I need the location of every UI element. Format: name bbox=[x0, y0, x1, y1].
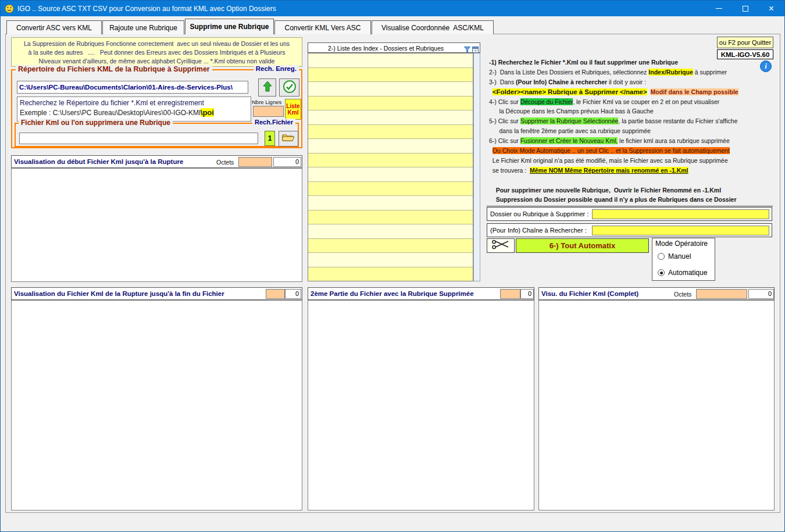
viz-top-area[interactable] bbox=[11, 168, 302, 282]
tab-convertir-kml-vers-asc[interactable]: Convertir KML Vers ASC bbox=[274, 20, 371, 34]
index-list bbox=[308, 53, 480, 281]
cut-button[interactable] bbox=[487, 238, 515, 253]
visu-title: Visu. du Fichier Kml (Complet) bbox=[541, 290, 638, 297]
viz-top-header: Visualisation du début Fichier Kml jusqu… bbox=[11, 155, 302, 168]
file-count-box: 1 bbox=[265, 131, 275, 146]
index-list-title: 2-) Liste des Index - Dossiers et Rubriq… bbox=[308, 45, 463, 52]
index-list-row[interactable] bbox=[308, 267, 473, 281]
nbre-lignes-label: Nbre Lignes bbox=[252, 99, 281, 105]
window-controls: × bbox=[706, 1, 784, 16]
fichier-kml-group-title: Fichier Kml ou l'on supprimera une Rubri… bbox=[19, 119, 173, 127]
directory-up-button[interactable] bbox=[258, 78, 276, 97]
mode-option-manuel[interactable]: Manuel bbox=[658, 252, 691, 260]
radio-manuel-icon[interactable] bbox=[658, 253, 665, 260]
mode-operatoire-title: Mode Opératoire bbox=[655, 240, 708, 248]
instruction-line: Pour supprimer une nouvelle Rubrique, Ou… bbox=[489, 185, 773, 195]
window-title: IGO .. Source ASC TXT CSV pour Conversio… bbox=[17, 5, 276, 13]
index-list-row[interactable] bbox=[308, 139, 473, 153]
repertoire-group: Répertoire du Fichiers KML de la Rubriqu… bbox=[11, 69, 302, 148]
browse-file-button[interactable] bbox=[279, 131, 298, 147]
close-button[interactable]: × bbox=[758, 1, 784, 16]
info-icon[interactable]: i bbox=[760, 60, 772, 72]
app-window: IGO .. Source ASC TXT CSV pour Conversio… bbox=[0, 0, 785, 532]
visu-octets-label: Octets bbox=[674, 291, 691, 298]
tab-visualise-coordonnee[interactable]: Visualise Coordonnée ASC/KML bbox=[372, 20, 494, 34]
tab-rajoute-une-rubrique[interactable]: Rajoute une Rubrique bbox=[102, 20, 184, 34]
chaine-input[interactable] bbox=[592, 226, 769, 235]
radio-automatique-label: Automatique bbox=[668, 269, 707, 277]
minimize-button[interactable] bbox=[706, 1, 732, 16]
hint-line-1: Recherchez le Répertoire du fichier *.Km… bbox=[20, 99, 248, 107]
warning-info-box: La Suppression de Rubriques Fonctionne c… bbox=[11, 37, 302, 67]
radio-automatique-icon[interactable] bbox=[658, 269, 665, 276]
visu-count-field: 0 bbox=[748, 289, 774, 299]
index-list-row[interactable] bbox=[308, 97, 473, 111]
instruction-line: la Découpe dans les Champs prévus Haut b… bbox=[489, 106, 773, 116]
index-list-row[interactable] bbox=[308, 239, 473, 253]
instruction-line: 5-) Clic sur Supprimer la Rubrique Sélec… bbox=[489, 116, 773, 126]
viz-bottom-area[interactable] bbox=[11, 300, 302, 510]
tout-automatix-button[interactable]: 6-) Tout Automatix bbox=[516, 238, 649, 253]
visu-octets-field bbox=[696, 289, 747, 299]
directory-hint-box: Recherchez le Répertoire du fichier *.Km… bbox=[17, 97, 251, 122]
repertoire-group-title: Répertoire du Fichiers KML de la Rubriqu… bbox=[16, 65, 212, 73]
index-list-row[interactable] bbox=[308, 125, 473, 140]
viz-top-octets-field bbox=[238, 157, 272, 167]
index-list-row[interactable] bbox=[308, 68, 473, 83]
viz-top-count-field: 0 bbox=[273, 157, 301, 167]
dossier-input[interactable] bbox=[592, 209, 769, 219]
kml-directory-input[interactable] bbox=[17, 81, 248, 94]
part2-title: 2ème Partie du Fichier avec la Rubrique … bbox=[311, 290, 474, 297]
chaine-label: (Pour Info) Chaîne à Rechercher : bbox=[490, 227, 587, 234]
index-list-row[interactable] bbox=[308, 82, 473, 97]
poi-highlight: \poi bbox=[201, 108, 214, 117]
maximize-button[interactable] bbox=[732, 1, 758, 16]
chaine-row: (Pour Info) Chaîne à Rechercher : bbox=[487, 223, 772, 237]
quit-button[interactable]: ou F2 pour Quitter bbox=[717, 37, 773, 48]
viz-bottom-octets-field bbox=[266, 289, 285, 299]
instructions-block: -1) Recherchez le Fichier *.Kml ou il fa… bbox=[487, 58, 773, 206]
validate-directory-button[interactable] bbox=[279, 78, 299, 97]
dossier-row: Dossier ou Rubrique à Supprimer : bbox=[487, 207, 772, 221]
viz-bottom-header: Visualisation du Fichier Kml de la Ruptu… bbox=[11, 287, 302, 300]
instruction-line: Suppression du Dossier possible quand il… bbox=[489, 195, 773, 205]
viz-top-octets-label: Octets bbox=[216, 159, 234, 166]
index-list-row[interactable] bbox=[308, 167, 473, 182]
tab-supprime-une-rubrique[interactable]: Supprime une Rubrique bbox=[185, 19, 274, 34]
hint-line-2: Exemple : C:\Users\PC Bureau\Desktop\Air… bbox=[20, 108, 248, 117]
dossier-label: Dossier ou Rubrique à Supprimer : bbox=[490, 210, 588, 217]
index-list-scrollbar[interactable] bbox=[473, 53, 480, 281]
check-icon bbox=[283, 80, 297, 96]
index-list-row[interactable] bbox=[308, 182, 473, 197]
index-list-row[interactable] bbox=[308, 210, 473, 225]
tab-convertir-asc-vers-kml[interactable]: Convertir ASC vers KML bbox=[6, 20, 102, 34]
index-list-row[interactable] bbox=[308, 196, 473, 210]
instruction-line: 6-) Clic sur Fusionner et Créer le Nouve… bbox=[489, 136, 773, 146]
radio-manuel-label: Manuel bbox=[668, 252, 691, 260]
visu-area[interactable] bbox=[538, 300, 775, 510]
fichier-kml-group: Fichier Kml ou l'on supprimera une Rubri… bbox=[15, 123, 299, 147]
instruction-line bbox=[489, 176, 773, 185]
index-list-row[interactable] bbox=[308, 110, 473, 125]
rech-fichier-label: Rech.Fichier bbox=[252, 119, 295, 126]
mode-option-automatique[interactable]: Automatique bbox=[658, 269, 707, 277]
index-list-row[interactable] bbox=[308, 224, 473, 239]
nbre-lignes-field bbox=[253, 106, 284, 117]
scissors-icon bbox=[491, 240, 510, 252]
instruction-line: <Folder><name> Rubrique à Supprimer </na… bbox=[489, 87, 773, 97]
part2-octets-field bbox=[500, 289, 520, 299]
index-list-row[interactable] bbox=[308, 153, 473, 168]
kml-file-input[interactable] bbox=[19, 133, 258, 144]
mode-operatoire-group: Mode Opératoire Manuel Automatique bbox=[652, 238, 715, 281]
instruction-line: 2-) Dans la Liste Des Dossiers et Rubriq… bbox=[489, 67, 773, 77]
rech-enreg-label: Rech. Enreg. bbox=[254, 65, 299, 72]
liste-kml-button[interactable]: ListeKml bbox=[285, 99, 301, 120]
part2-area[interactable] bbox=[308, 300, 534, 510]
index-list-row[interactable] bbox=[308, 253, 473, 267]
open-folder-icon bbox=[282, 133, 295, 144]
close-icon: × bbox=[769, 4, 774, 13]
instruction-line: dans la fenêtre 2ème partie avec sa rubr… bbox=[489, 126, 773, 136]
index-list-row[interactable] bbox=[308, 53, 473, 68]
viz-bottom-title: Visualisation du Fichier Kml de la Ruptu… bbox=[14, 290, 224, 297]
up-arrow-icon bbox=[262, 81, 273, 95]
